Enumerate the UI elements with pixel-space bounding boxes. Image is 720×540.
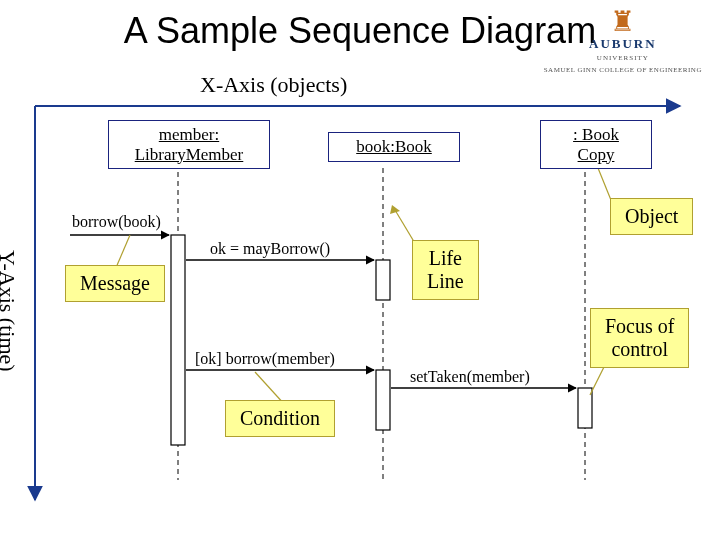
msg-borrow-text: borrow(book) (72, 213, 161, 231)
leader-lifeline-tip (390, 205, 400, 214)
activation-book-2 (376, 370, 390, 430)
activation-book-1 (376, 260, 390, 300)
callout-message: Message (65, 265, 165, 302)
msg-mayborrow-text: ok = mayBorrow() (210, 240, 330, 258)
object-member: member:LibraryMember (108, 120, 270, 169)
object-book: book:Book (328, 132, 460, 162)
object-bookcopy: : BookCopy (540, 120, 652, 169)
msg-settaken-text: setTaken(member) (410, 368, 530, 386)
msg-okborrow-text: [ok] borrow(member) (195, 350, 335, 368)
callout-condition: Condition (225, 400, 335, 437)
callout-lifeline: LifeLine (412, 240, 479, 300)
callout-object: Object (610, 198, 693, 235)
slide: A Sample Sequence Diagram ♜ AUBURN UNIVE… (0, 0, 720, 540)
callout-focus: Focus ofcontrol (590, 308, 689, 368)
activation-member (171, 235, 185, 445)
